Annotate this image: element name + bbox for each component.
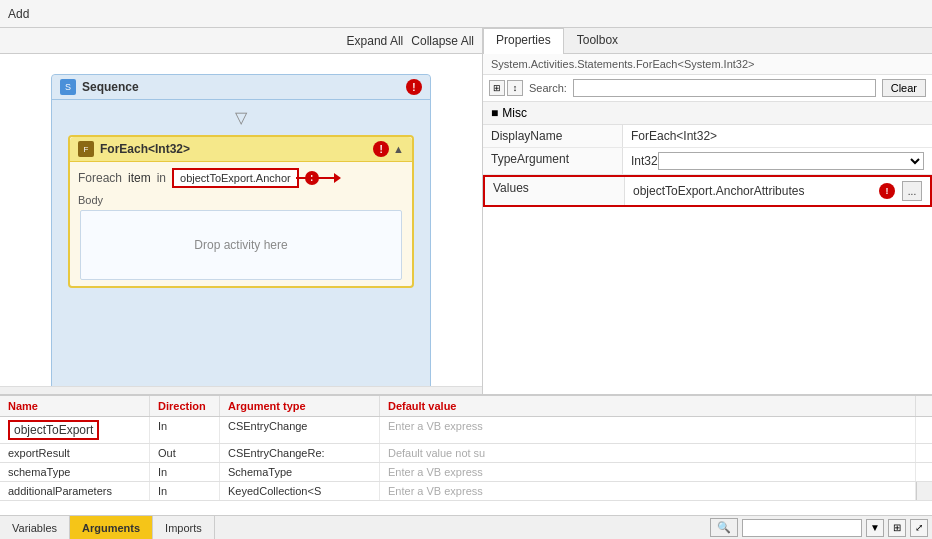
arg-row-additionalparameters: additionalParameters In KeyedCollection<… xyxy=(0,482,932,501)
bottom-dropdown-btn[interactable]: ▼ xyxy=(866,519,884,537)
foreach-block: F ForEach<Int32> ! ▲ Foreach item in xyxy=(68,135,414,288)
foreach-error-icon: ! xyxy=(373,141,389,157)
args-header: Name Direction Argument type Default val… xyxy=(0,396,932,417)
foreach-label: Foreach xyxy=(78,171,122,185)
foreach-row: Foreach item in objectToExport.Anchor ! xyxy=(78,168,404,188)
panel-tabs: Properties Toolbox xyxy=(483,28,932,54)
arg-dir-schematype: In xyxy=(150,463,220,481)
scroll-spacer3 xyxy=(916,463,932,481)
collapse-all-button[interactable]: Collapse All xyxy=(411,34,474,48)
misc-group-header: ■ Misc xyxy=(483,102,932,125)
tab-properties[interactable]: Properties xyxy=(483,28,564,54)
search-label: Search: xyxy=(529,82,567,94)
values-row: Values objectToExport.AnchorAttributes !… xyxy=(483,175,932,207)
foreach-in-label: in xyxy=(157,171,166,185)
misc-label: Misc xyxy=(502,106,527,120)
foreach-value-box[interactable]: objectToExport.Anchor xyxy=(172,168,299,188)
arg-row-exportresult: exportResult Out CSEntryChangeRe: Defaul… xyxy=(0,444,932,463)
sequence-block: S Sequence ! ▽ F ForEach<Int32> ! ▲ xyxy=(51,74,431,386)
col-direction-header: Direction xyxy=(150,396,220,416)
sequence-error-icon: ! xyxy=(406,79,422,95)
tab-variables[interactable]: Variables xyxy=(0,516,70,539)
foreach-header: F ForEach<Int32> ! ▲ xyxy=(70,137,412,162)
body-label: Body xyxy=(78,194,404,206)
right-panel: Properties Toolbox System.Activities.Sta… xyxy=(482,28,932,394)
arg-dir-exportresult: Out xyxy=(150,444,220,462)
scroll-spacer2 xyxy=(916,444,932,462)
sort-category-icon[interactable]: ↕ xyxy=(507,80,523,96)
typeargument-dropdown[interactable] xyxy=(658,152,924,170)
properties-panel: System.Activities.Statements.ForEach<Sys… xyxy=(483,54,932,394)
arg-dir-objecttoexport: In xyxy=(150,417,220,443)
arrow-down: ▽ xyxy=(52,100,430,135)
tab-imports[interactable]: Imports xyxy=(153,516,215,539)
misc-collapse-icon[interactable]: ■ xyxy=(491,106,498,120)
sequence-icon: S xyxy=(60,79,76,95)
drop-area[interactable]: Drop activity here xyxy=(80,210,402,280)
col-type-header: Argument type xyxy=(220,396,380,416)
foreach-item-label: item xyxy=(128,171,151,185)
search-input[interactable] xyxy=(573,79,876,97)
arg-type-additionalparameters: KeyedCollection<S xyxy=(220,482,380,500)
tab-toolbox[interactable]: Toolbox xyxy=(564,28,631,53)
drop-text: Drop activity here xyxy=(194,238,287,252)
arg-type-objecttoexport: CSEntryChange xyxy=(220,417,380,443)
bottom-toolbar-right: 🔍 ▼ ⊞ ⤢ xyxy=(706,516,932,539)
values-ellipsis-button[interactable]: ... xyxy=(902,181,922,201)
arg-default-additionalparameters: Enter a VB express xyxy=(380,482,916,500)
foreach-icon: F xyxy=(78,141,94,157)
search-row: ⊞ ↕ Search: Clear xyxy=(483,75,932,102)
typeargument-label: TypeArgument xyxy=(483,148,623,174)
arg-name-objecttoexport: objectToExport xyxy=(0,417,150,443)
bottom-tabs: Variables Arguments Imports 🔍 ▼ ⊞ ⤢ xyxy=(0,515,932,539)
arg-name-schematype: schemaType xyxy=(0,463,150,481)
arg-type-exportresult: CSEntryChangeRe: xyxy=(220,444,380,462)
search-icon[interactable]: 🔍 xyxy=(710,518,738,537)
foreach-title: ForEach<Int32> xyxy=(100,142,190,156)
bottom-search-input[interactable] xyxy=(742,519,862,537)
values-value: objectToExport.AnchorAttributes ! ... xyxy=(625,177,930,205)
arg-type-schematype: SchemaType xyxy=(220,463,380,481)
canvas-area: Expand All Collapse All S Sequence ! ▽ F… xyxy=(0,28,482,394)
displayname-value: ForEach<Int32> xyxy=(623,125,932,147)
arg-default-schematype: Enter a VB express xyxy=(380,463,916,481)
scrollbar-track[interactable] xyxy=(916,482,932,500)
foreach-body: Foreach item in objectToExport.Anchor ! xyxy=(70,162,412,286)
arg-row-schematype: schemaType In SchemaType Enter a VB expr… xyxy=(0,463,932,482)
clear-button[interactable]: Clear xyxy=(882,79,926,97)
bottom-grid-btn[interactable]: ⊞ xyxy=(888,519,906,537)
foreach-collapse-button[interactable]: ▲ xyxy=(393,143,404,155)
bottom-panel: Name Direction Argument type Default val… xyxy=(0,394,932,539)
displayname-row: DisplayName ForEach<Int32> xyxy=(483,125,932,148)
scroll-col xyxy=(916,396,932,416)
tab-arguments[interactable]: Arguments xyxy=(70,516,153,539)
bottom-panel-content: Name Direction Argument type Default val… xyxy=(0,396,932,515)
col-name-header: Name xyxy=(0,396,150,416)
prop-type-label: System.Activities.Statements.ForEach<Sys… xyxy=(483,54,932,75)
arg-name-exportresult: exportResult xyxy=(0,444,150,462)
arg-default-objecttoexport: Enter a VB express xyxy=(380,417,916,443)
sort-alpha-icon[interactable]: ⊞ xyxy=(489,80,505,96)
displayname-label: DisplayName xyxy=(483,125,623,147)
typeargument-row: TypeArgument Int32 xyxy=(483,148,932,175)
sequence-header: S Sequence ! xyxy=(52,75,430,100)
canvas-content: S Sequence ! ▽ F ForEach<Int32> ! ▲ xyxy=(0,54,482,386)
add-button[interactable]: Add xyxy=(8,7,29,21)
values-error-icon: ! xyxy=(879,183,895,199)
values-text: objectToExport.AnchorAttributes xyxy=(633,184,804,198)
scroll-spacer xyxy=(916,417,932,443)
typeargument-value: Int32 xyxy=(623,148,932,174)
arg-default-exportresult: Default value not su xyxy=(380,444,916,462)
col-default-header: Default value xyxy=(380,396,916,416)
top-toolbar: Add xyxy=(0,0,932,28)
expand-all-button[interactable]: Expand All xyxy=(347,34,404,48)
main-area: Expand All Collapse All S Sequence ! ▽ F… xyxy=(0,28,932,394)
canvas-toolbar: Expand All Collapse All xyxy=(0,28,482,54)
foreach-header-right: ! ▲ xyxy=(373,141,404,157)
canvas-scrollbar[interactable] xyxy=(0,386,482,394)
bottom-expand-btn[interactable]: ⤢ xyxy=(910,519,928,537)
arg-dir-additionalparameters: In xyxy=(150,482,220,500)
objecttoexport-name-box: objectToExport xyxy=(8,420,99,440)
arg-row-objecttoexport: objectToExport In CSEntryChange Enter a … xyxy=(0,417,932,444)
arg-name-additionalparameters: additionalParameters xyxy=(0,482,150,500)
